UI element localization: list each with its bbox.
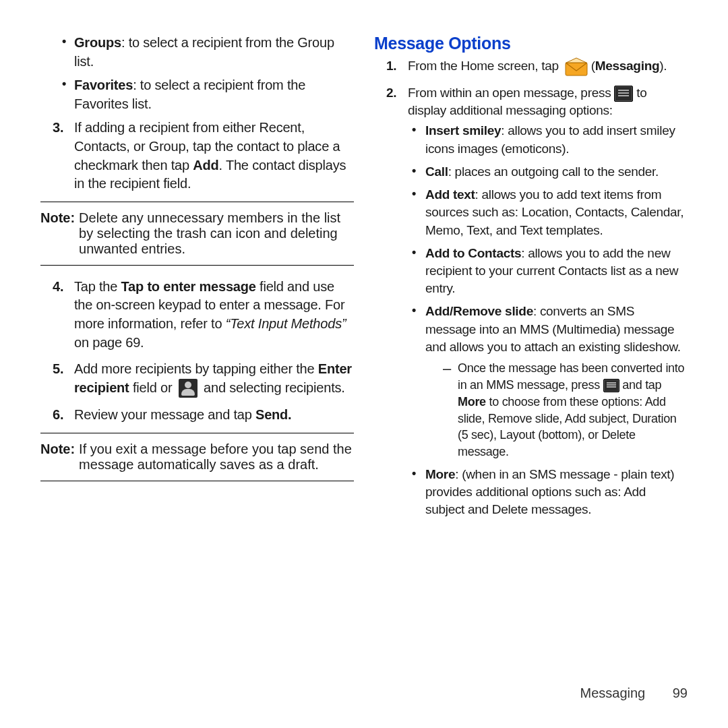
step-1: 1. From the Home screen, tap (Messaging)… [374,57,688,76]
note-draft: Note: If you exit a message before you t… [40,433,354,481]
section-heading: Message Options [374,34,688,53]
step-6: 6. Review your message and tap Send. [40,406,354,425]
label: Groups [74,35,121,50]
bullet-groups: Groups: to select a recipient from the G… [40,34,354,71]
opt-add-remove-slide: Add/Remove slide: converts an SMS messag… [408,303,688,460]
svg-marker-1 [566,58,586,63]
bullet-favorites: Favorites: to select a recipient from th… [40,76,354,113]
opt-add-remove-slide-sub: Once the message has been converted into… [443,360,688,460]
right-column: Message Options 1. From the Home screen,… [374,34,688,701]
messaging-envelope-icon [565,57,588,76]
step-5: 5. Add more recipients by tapping either… [40,360,354,398]
note-text: Delete any unnecessary members in the li… [79,210,354,257]
opt-add-to-contacts: Add to Contacts: allows you to add the n… [408,245,688,298]
note-label: Note: [40,442,75,473]
left-column: Groups: to select a recipient from the G… [40,34,354,701]
contact-icon [179,379,198,398]
opt-call: Call: places an outgoing call to the sen… [408,163,688,181]
note-delete-members: Note: Delete any unnecessary members in … [40,202,354,266]
menu-key-icon [614,86,633,102]
opt-add-text: Add text: allows you to add text items f… [408,186,688,239]
note-label: Note: [40,210,75,257]
step-2: 2. From within an open message, press to… [374,84,688,519]
opt-insert-smiley: Insert smiley: allows you to add insert … [408,122,688,157]
menu-key-icon [603,379,619,392]
footer-section: Messaging [580,686,645,700]
step-3: 3. If adding a recipient from either Rec… [40,119,354,193]
opt-more: More: (when in an SMS message - plain te… [408,466,688,519]
note-text: If you exit a message before you tap sen… [79,442,354,473]
footer-page-number: 99 [673,686,688,700]
label: Favorites [74,78,133,92]
step-4: 4. Tap the Tap to enter message field an… [40,278,354,352]
page-footer: Messaging 99 [580,686,688,701]
